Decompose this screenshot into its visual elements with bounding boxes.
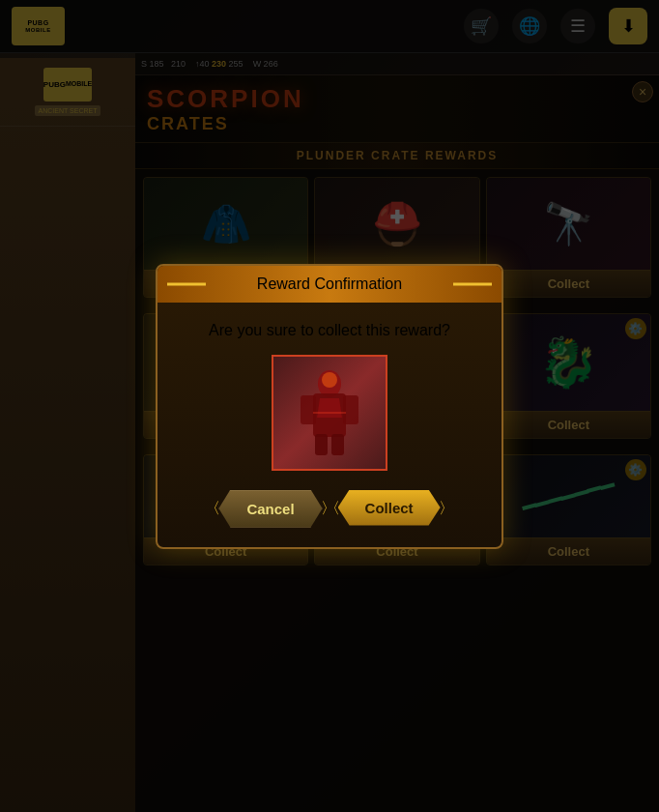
modal-body: Are you sure to collect this reward?	[158, 303, 501, 490]
svg-rect-2	[301, 395, 316, 424]
modal-overlay: Reward Confirmation Are you sure to coll…	[0, 0, 659, 812]
modal-title: Reward Confirmation	[257, 276, 402, 292]
cancel-button[interactable]: Cancel	[218, 490, 322, 528]
modal-question: Are you sure to collect this reward?	[209, 322, 450, 339]
svg-rect-5	[331, 434, 344, 455]
svg-rect-4	[315, 434, 328, 455]
reward-confirmation-modal: Reward Confirmation Are you sure to coll…	[156, 264, 503, 549]
reward-figure-svg	[286, 364, 373, 461]
modal-collect-button[interactable]: Collect	[338, 490, 441, 526]
svg-rect-3	[343, 395, 358, 424]
modal-buttons: 〈 Cancel 〉 〈 Collect 〉	[158, 490, 501, 547]
reward-image	[272, 355, 387, 471]
modal-header: Reward Confirmation	[158, 266, 501, 303]
svg-point-6	[322, 372, 337, 388]
